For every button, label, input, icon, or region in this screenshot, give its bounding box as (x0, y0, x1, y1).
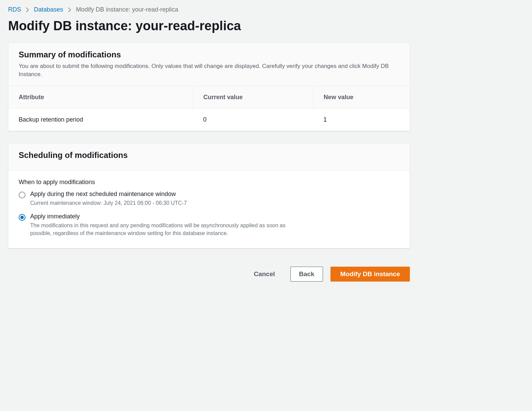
radio-icon (19, 192, 25, 198)
scheduling-heading: Scheduling of modifications (19, 150, 399, 160)
summary-heading: Summary of modifications (19, 50, 399, 59)
col-new-value: New value (313, 86, 410, 109)
cell-new: 1 (313, 108, 410, 131)
summary-description: You are about to submit the following mo… (19, 62, 399, 78)
scheduling-body: When to apply modifications Apply during… (8, 171, 410, 248)
radio-option-maintenance-window[interactable]: Apply during the next scheduled maintena… (19, 191, 399, 207)
chevron-right-icon (26, 7, 29, 12)
footer-actions: Cancel Back Modify DB instance (8, 267, 410, 282)
breadcrumb-current: Modify DB instance: your-read-replica (76, 6, 178, 13)
scheduling-panel: Scheduling of modifications When to appl… (8, 143, 410, 249)
page-title: Modify DB instance: your-read-replica (8, 19, 410, 33)
breadcrumb: RDS Databases Modify DB instance: your-r… (8, 6, 410, 13)
radio-icon (19, 214, 25, 221)
summary-header: Summary of modifications You are about t… (8, 43, 410, 86)
option-description: The modifications in this request and an… (30, 221, 298, 237)
option-title: Apply during the next scheduled maintena… (30, 191, 187, 198)
option-description: Current maintenance window: July 24, 202… (30, 199, 187, 207)
option-title: Apply immediately (30, 213, 298, 220)
scheduling-field-label: When to apply modifications (19, 179, 399, 186)
modifications-table: Attribute Current value New value Backup… (8, 86, 410, 131)
chevron-right-icon (68, 7, 71, 12)
col-current-value: Current value (193, 86, 314, 109)
breadcrumb-link-rds[interactable]: RDS (8, 6, 21, 13)
breadcrumb-link-databases[interactable]: Databases (34, 6, 63, 13)
scheduling-header: Scheduling of modifications (8, 144, 410, 171)
modify-db-instance-button[interactable]: Modify DB instance (330, 267, 410, 282)
table-row: Backup retention period 0 1 (8, 108, 410, 131)
cell-attribute: Backup retention period (8, 108, 193, 131)
radio-option-apply-immediately[interactable]: Apply immediately The modifications in t… (19, 213, 399, 237)
cell-current: 0 (193, 108, 314, 131)
back-button[interactable]: Back (290, 267, 323, 282)
cancel-button[interactable]: Cancel (246, 267, 283, 281)
col-attribute: Attribute (8, 86, 193, 109)
summary-panel: Summary of modifications You are about t… (8, 43, 410, 131)
